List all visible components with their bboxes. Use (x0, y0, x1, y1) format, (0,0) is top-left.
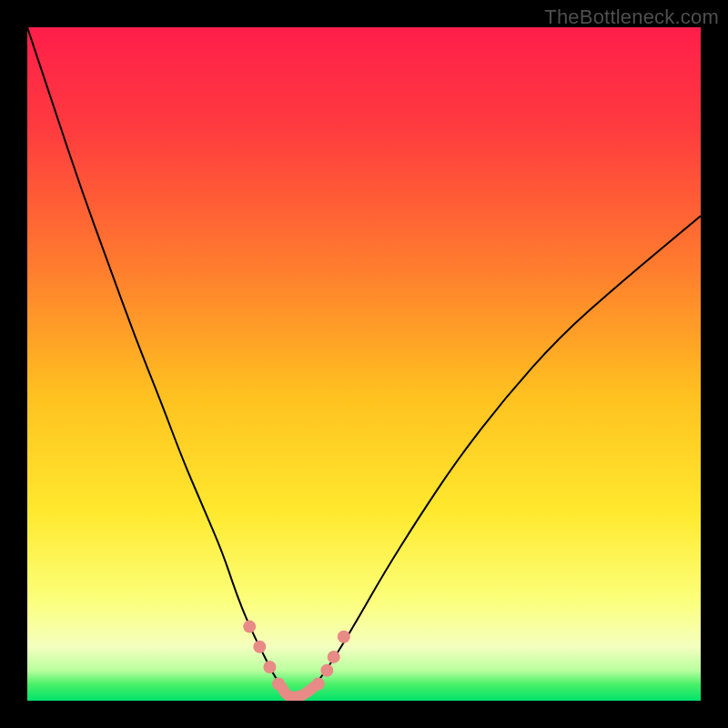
marker-dot (320, 664, 333, 677)
watermark-text: TheBottleneck.com (544, 5, 719, 29)
marker-dot (328, 651, 340, 663)
marker-dot (253, 641, 266, 653)
marker-dot (263, 661, 276, 673)
chart-svg (27, 27, 701, 701)
gradient-background (27, 27, 701, 701)
marker-dot (312, 678, 325, 691)
marker-dot (272, 678, 285, 691)
plot-area (27, 27, 701, 701)
marker-dot (243, 621, 256, 633)
chart-frame: TheBottleneck.com (0, 0, 728, 728)
marker-dot (338, 631, 350, 643)
